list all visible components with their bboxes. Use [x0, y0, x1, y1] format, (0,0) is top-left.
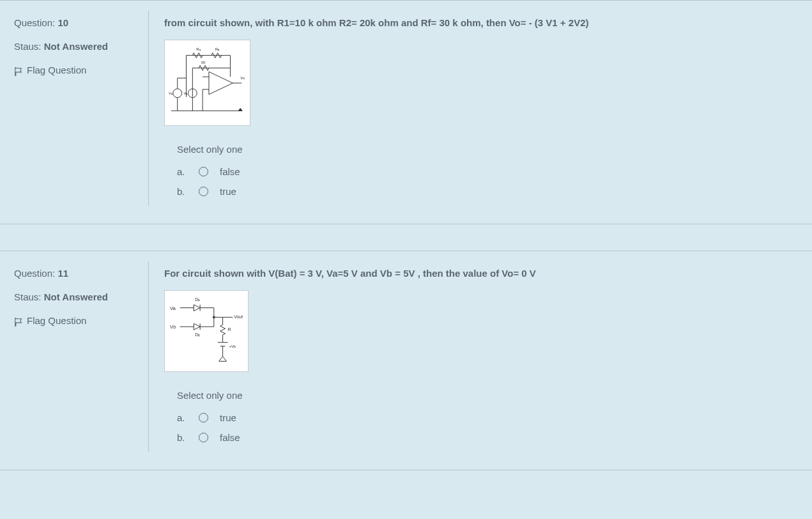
question-text: For circuit shown with V(Bat) = 3 V, Va=… [164, 267, 799, 280]
select-instruction: Select only one [177, 144, 799, 155]
svg-text:R₂: R₂ [215, 47, 220, 51]
flag-icon [14, 316, 23, 325]
flag-question-button[interactable]: Flag Question [14, 63, 86, 77]
question-text: from circuit shown, with R1=10 k ohm R2=… [164, 16, 799, 29]
flag-question-label: Flag Question [27, 314, 86, 327]
answer-section: Select only one a. false b. true [164, 144, 799, 197]
select-instruction: Select only one [177, 390, 799, 401]
svg-text:Va: Va [170, 306, 176, 311]
option-row: a. false [177, 166, 799, 177]
option-row: a. true [177, 412, 799, 423]
circuit-diagram-image: R₁ R₂ Rf Vo [164, 40, 250, 126]
svg-text:Rf: Rf [201, 61, 205, 65]
svg-text:D₂: D₂ [195, 332, 200, 337]
question-sidebar: Question: 10 Staus: Not Answered Flag Qu… [0, 16, 148, 206]
flag-icon [14, 66, 23, 75]
status-value: Not Answered [44, 41, 108, 52]
status-row: Staus: Not Answered [14, 290, 148, 304]
question-block: Question: 10 Staus: Not Answered Flag Qu… [0, 1, 812, 224]
svg-text:V₂: V₂ [184, 91, 188, 95]
answer-section: Select only one a. true b. false [164, 390, 799, 443]
svg-text:V₁: V₁ [169, 91, 173, 95]
question-number-row: Question: 10 [14, 16, 148, 29]
svg-text:Vout: Vout [234, 314, 243, 319]
status-value: Not Answered [44, 291, 108, 302]
question-label: Question: [14, 268, 55, 279]
question-content: For circuit shown with V(Bat) = 3 V, Va=… [149, 267, 812, 452]
svg-text:Vo: Vo [240, 76, 245, 80]
svg-point-14 [173, 89, 182, 98]
question-separator [0, 224, 812, 251]
option-label: false [220, 432, 240, 443]
status-row: Staus: Not Answered [14, 40, 148, 53]
option-label: true [220, 412, 236, 423]
svg-text:+Vb: +Vb [229, 345, 236, 348]
option-letter: b. [177, 186, 187, 197]
option-letter: a. [177, 412, 187, 423]
status-label: Staus: [14, 291, 42, 302]
question-block: Question: 11 Staus: Not Answered Flag Qu… [0, 251, 812, 470]
radio-option-a[interactable] [199, 413, 208, 422]
radio-option-a[interactable] [199, 167, 208, 176]
svg-text:R₁: R₁ [196, 47, 201, 51]
svg-text:Vb: Vb [170, 324, 176, 330]
svg-text:R: R [227, 327, 231, 332]
flag-question-button[interactable]: Flag Question [14, 314, 86, 327]
radio-option-b[interactable] [199, 187, 208, 196]
option-letter: a. [177, 166, 187, 177]
option-label: false [220, 166, 240, 177]
radio-option-b[interactable] [199, 433, 208, 442]
option-row: b. true [177, 186, 799, 197]
option-label: true [220, 186, 236, 197]
question-sidebar: Question: 11 Staus: Not Answered Flag Qu… [0, 267, 148, 452]
status-label: Staus: [14, 41, 42, 52]
circuit-diagram-image: Va D₁ Vb D₂ [164, 290, 249, 372]
question-number: 10 [57, 17, 68, 28]
question-number-row: Question: 11 [14, 267, 148, 280]
option-row: b. false [177, 432, 799, 443]
option-letter: b. [177, 432, 187, 443]
question-label: Question: [14, 17, 55, 28]
flag-question-label: Flag Question [27, 63, 86, 77]
question-content: from circuit shown, with R1=10 k ohm R2=… [149, 16, 812, 206]
question-number: 11 [57, 268, 68, 279]
svg-text:D₁: D₁ [195, 297, 200, 302]
